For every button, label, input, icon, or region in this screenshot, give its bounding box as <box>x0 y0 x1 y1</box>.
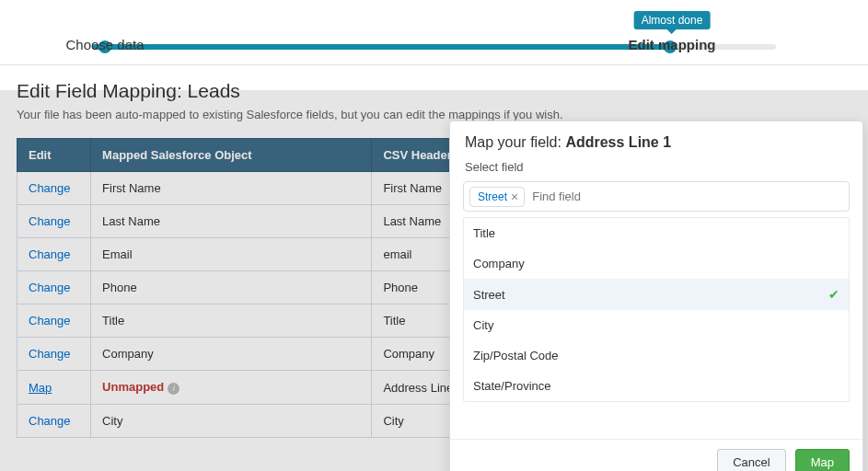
cancel-button[interactable]: Cancel <box>717 449 785 471</box>
modal-title-prefix: Map your field: <box>465 134 565 150</box>
field-option[interactable]: Zip/Postal Code <box>464 340 849 371</box>
field-option-label: City <box>473 318 493 332</box>
modal-title-field: Address Line 1 <box>565 134 671 150</box>
field-options-list: TitleCompanyStreet✔CityZip/Postal CodeSt… <box>463 217 850 402</box>
field-select-box[interactable]: Street × <box>463 181 850 212</box>
map-field-modal: Map your field: Address Line 1 Select fi… <box>449 121 863 471</box>
check-icon: ✔ <box>828 287 839 302</box>
field-option[interactable]: City <box>464 310 849 340</box>
field-option[interactable]: Street✔ <box>464 279 849 310</box>
map-button[interactable]: Map <box>795 449 850 471</box>
stepper-fill <box>92 44 672 50</box>
field-option-label: State/Province <box>473 379 551 393</box>
find-field-input[interactable] <box>530 186 843 207</box>
chip-label: Street <box>478 190 507 203</box>
field-option[interactable]: State/Province <box>464 371 849 401</box>
chip-remove-icon[interactable]: × <box>511 190 518 204</box>
step-label-edit-mapping: Edit mapping <box>629 37 716 52</box>
field-option-label: Company <box>473 257 525 270</box>
modal-title: Map your field: Address Line 1 <box>450 121 862 160</box>
modal-footer: Cancel Map <box>450 439 862 471</box>
field-option[interactable]: Company <box>464 248 849 279</box>
field-option-label: Zip/Postal Code <box>473 349 559 362</box>
progress-stepper: Almost done Choose data Edit mapping <box>0 0 868 64</box>
field-option-label: Title <box>473 226 495 240</box>
almost-done-badge: Almost done <box>634 11 711 29</box>
modal-select-label: Select field <box>450 160 862 181</box>
step-label-choose-data: Choose data <box>65 37 144 52</box>
field-option[interactable]: Title <box>464 218 849 248</box>
selected-chip[interactable]: Street × <box>469 187 525 207</box>
field-option-label: Street <box>473 288 505 302</box>
